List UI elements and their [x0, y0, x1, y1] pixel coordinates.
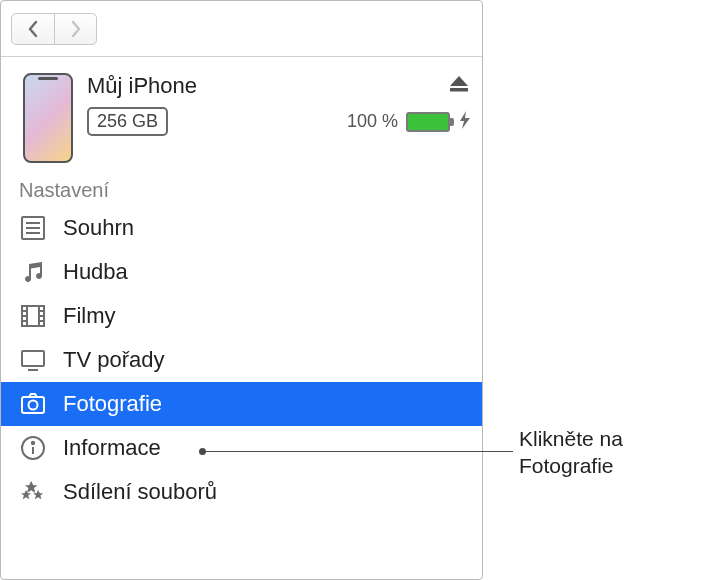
sidebar-item-label: TV pořady — [63, 347, 165, 373]
device-thumbnail-icon — [23, 73, 73, 163]
callout-area: Klikněte na Fotografie — [483, 0, 713, 580]
sidebar-item-tv-shows[interactable]: TV pořady — [1, 338, 482, 382]
sidebar-item-label: Hudba — [63, 259, 128, 285]
sidebar-item-label: Souhrn — [63, 215, 134, 241]
sidebar-item-label: Filmy — [63, 303, 116, 329]
settings-list: Souhrn Hudba Filmy — [1, 206, 482, 514]
callout-line1: Klikněte na — [519, 427, 623, 450]
svg-rect-1 — [450, 88, 468, 92]
svg-marker-0 — [450, 76, 468, 86]
sidebar-item-movies[interactable]: Filmy — [1, 294, 482, 338]
charging-icon — [460, 111, 470, 133]
photos-icon — [19, 390, 47, 418]
battery-status: 100 % — [347, 111, 470, 133]
back-button[interactable] — [12, 14, 54, 44]
callout-leader-line — [203, 451, 513, 452]
callout-line2: Fotografie — [519, 454, 614, 477]
callout-text: Klikněte na Fotografie — [519, 426, 707, 480]
device-header: Můj iPhone 256 GB 100 % — [1, 57, 482, 177]
capacity-badge: 256 GB — [87, 107, 168, 136]
device-name: Můj iPhone — [87, 73, 197, 99]
sidebar-item-label: Informace — [63, 435, 161, 461]
forward-button[interactable] — [54, 14, 96, 44]
battery-percent: 100 % — [347, 111, 398, 132]
toolbar — [1, 1, 482, 57]
svg-marker-2 — [460, 111, 470, 129]
chevron-right-icon — [69, 20, 83, 38]
svg-rect-16 — [22, 351, 44, 366]
svg-marker-24 — [21, 490, 31, 499]
sidebar-item-summary[interactable]: Souhrn — [1, 206, 482, 250]
nav-buttons — [11, 13, 97, 45]
svg-marker-23 — [25, 481, 38, 493]
eject-button[interactable] — [448, 73, 470, 99]
svg-rect-18 — [22, 397, 44, 413]
movies-icon — [19, 302, 47, 330]
file-sharing-icon — [19, 478, 47, 506]
svg-point-21 — [32, 442, 34, 444]
svg-point-19 — [29, 401, 38, 410]
tv-icon — [19, 346, 47, 374]
summary-icon — [19, 214, 47, 242]
eject-icon — [448, 73, 470, 95]
sidebar-item-label: Fotografie — [63, 391, 162, 417]
battery-icon — [406, 112, 450, 132]
sidebar-item-music[interactable]: Hudba — [1, 250, 482, 294]
music-icon — [19, 258, 47, 286]
sidebar-item-file-sharing[interactable]: Sdílení souborů — [1, 470, 482, 514]
device-sidebar-panel: Můj iPhone 256 GB 100 % — [0, 0, 483, 580]
chevron-left-icon — [26, 20, 40, 38]
device-info: Můj iPhone 256 GB 100 % — [87, 73, 470, 136]
info-icon — [19, 434, 47, 462]
sidebar-item-label: Sdílení souborů — [63, 479, 217, 505]
sidebar-item-photos[interactable]: Fotografie — [1, 382, 482, 426]
sidebar-item-info[interactable]: Informace — [1, 426, 482, 470]
section-heading-settings: Nastavení — [1, 177, 482, 206]
